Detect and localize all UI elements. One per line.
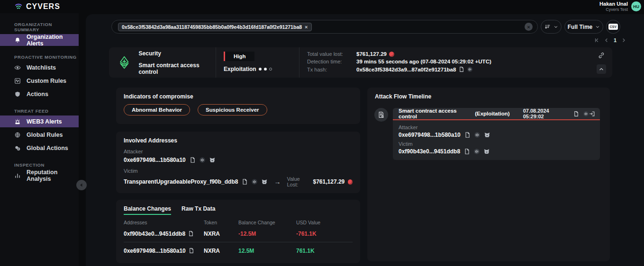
link-icon[interactable] — [598, 52, 605, 59]
etherscan-icon[interactable] — [199, 157, 206, 163]
copy-icon[interactable] — [188, 248, 194, 254]
alert-details-section: Total value lost: $761,127.29 Detection … — [299, 47, 590, 78]
avatar[interactable]: HU — [631, 1, 641, 11]
copy-icon[interactable] — [458, 66, 464, 72]
search-filter-chip: 0x58ce3f53842d3a98aa31187459835bb85b0a0f… — [118, 23, 312, 31]
sidebar-item-custom-rules[interactable]: Custom Rules — [0, 75, 79, 87]
user-menu[interactable]: Hakan Unal Cyvers Test — [599, 1, 628, 12]
ioc-chip-abnormal-behavior: Abnormal Behavior — [124, 104, 190, 115]
etherscan-icon[interactable] — [467, 66, 473, 72]
time-filter-dropdown[interactable]: Full Time — [564, 20, 603, 34]
table-row: 0xe6979498...1b580a10 NXRA 12.5M 761.1K — [124, 248, 353, 254]
total-value-lost: $761,127.29 — [356, 51, 387, 57]
col-token: Token — [204, 220, 238, 225]
chip-close-icon[interactable]: × — [305, 24, 308, 30]
copy-icon[interactable] — [241, 178, 248, 185]
sort-icon — [544, 24, 551, 30]
cyvers-logo[interactable]: CYVERS — [14, 2, 60, 11]
chevron-down-icon — [553, 25, 558, 29]
attacker-address-row: 0xe6979498...1b580a10 — [399, 132, 594, 138]
contract-event-icon — [374, 108, 388, 122]
alert-type: Smart contract access control — [139, 62, 216, 75]
current-page: 1 — [614, 37, 617, 43]
event-title: Smart contract access control — [399, 108, 473, 119]
search-clear-button[interactable]: × — [525, 23, 533, 31]
sidebar: ORGANIZATION SUMMARY Organization Alerts… — [0, 13, 79, 266]
open-event-icon[interactable] — [589, 111, 595, 117]
chevron-left-icon — [604, 37, 609, 43]
value-lost-label: Value Lost: — [287, 176, 309, 187]
metamask-icon[interactable] — [483, 148, 490, 155]
sidebar-item-reputation-analysis[interactable]: Reputation Analysis — [0, 169, 79, 181]
metamask-icon[interactable] — [261, 178, 268, 185]
copy-icon[interactable] — [463, 148, 470, 155]
victim-address-row: 0xf90b43e0...9451ddb8 — [399, 148, 594, 155]
sidebar-collapse-button[interactable] — [76, 180, 87, 190]
siren-icon — [14, 118, 21, 125]
total-value-lost-label: Total value lost: — [307, 51, 356, 57]
row-address: 0xf90b43e0...9451ddb8 — [124, 231, 204, 237]
row-usd-value: -761.1K — [296, 231, 353, 237]
logo-text: CYVERS — [26, 2, 60, 11]
pagination: 1 — [594, 37, 626, 43]
first-page-button[interactable] — [594, 37, 599, 43]
shield-icon — [14, 91, 21, 98]
row-balance-change: 12.5M — [238, 248, 296, 254]
prev-page-button[interactable] — [604, 37, 609, 43]
metamask-icon[interactable] — [209, 157, 216, 163]
next-page-button[interactable] — [621, 37, 626, 43]
section-label-proactive-monitoring: PROACTIVE MONITORING — [14, 54, 79, 60]
sidebar-item-label: Actions — [27, 91, 48, 98]
metamask-icon[interactable] — [484, 132, 490, 138]
row-usd-value: 761.1K — [296, 248, 353, 254]
bell-icon — [14, 37, 21, 44]
phase-dot-filled — [264, 68, 267, 71]
copy-icon[interactable] — [573, 111, 579, 117]
sidebar-item-label: Organization Alerts — [27, 34, 79, 47]
etherscan-icon[interactable] — [473, 148, 480, 155]
arrow-right-icon: → — [274, 178, 281, 186]
etherscan-icon[interactable] — [583, 111, 589, 117]
sidebar-item-web3-alerts[interactable]: WEB3 Alerts — [0, 115, 79, 127]
loss-token-icon — [348, 179, 353, 185]
alert-header-card[interactable]: Security Smart contract access control H… — [109, 47, 612, 78]
sidebar-item-organization-alerts[interactable]: Organization Alerts — [0, 34, 79, 46]
timeline-event-card[interactable]: Smart contract access control (Exploitat… — [393, 108, 600, 160]
victim-address: 0xf90b43e0...9451ddb8 — [399, 148, 460, 155]
search-input[interactable]: 0x58ce3f53842d3a98aa31187459835bb85b0a0f… — [111, 20, 538, 34]
export-csv-button[interactable]: CSV — [606, 20, 620, 34]
indicators-title: Indicators of compromise — [124, 93, 353, 100]
chevron-down-icon — [595, 25, 600, 29]
row-balance-change: -12.5M — [238, 231, 296, 237]
etherscan-icon[interactable] — [474, 132, 481, 138]
severity-badge: High — [224, 52, 254, 61]
cyvers-logo-icon — [14, 2, 23, 11]
victim-address-row: TransparentUpgradeableProxy_f90b_ddb8 → … — [124, 176, 353, 187]
balance-changes-panel: Balance Changes Raw Tx Data Addresses To… — [116, 200, 360, 263]
collapse-alert-button[interactable] — [597, 64, 606, 74]
sidebar-item-global-actions[interactable]: Global Actions — [0, 142, 79, 154]
copy-icon[interactable] — [188, 231, 194, 237]
copy-icon[interactable] — [189, 157, 196, 163]
row-divider — [124, 242, 353, 242]
col-usd-value: USD Value — [296, 220, 353, 225]
main-content: 0x58ce3f53842d3a98aa31187459835bb85b0a0f… — [86, 14, 644, 266]
sort-button[interactable] — [541, 20, 562, 34]
table-row: 0xf90b43e0...9451ddb8 NXRA -12.5M -761.1… — [124, 231, 353, 237]
section-label-organization-summary: ORGANIZATION SUMMARY — [14, 22, 79, 32]
ethereum-icon — [118, 55, 130, 70]
user-name: Hakan Unal — [599, 1, 628, 7]
detection-time-label: Detection time: — [307, 59, 356, 64]
sidebar-item-label: WEB3 Alerts — [27, 118, 62, 125]
tab-balance-changes[interactable]: Balance Changes — [124, 205, 171, 215]
copy-icon[interactable] — [464, 132, 471, 138]
etherscan-icon[interactable] — [251, 178, 258, 185]
victim-label: Victim — [399, 141, 594, 147]
alert-category: Security — [139, 50, 216, 57]
sidebar-item-actions[interactable]: Actions — [0, 88, 79, 100]
tab-raw-tx-data[interactable]: Raw Tx Data — [181, 205, 215, 215]
phase-dot-filled — [259, 68, 262, 71]
sidebar-item-watchlists[interactable]: Watchlists — [0, 62, 79, 73]
section-label-inspection: INSPECTION — [14, 162, 79, 168]
sidebar-item-global-rules[interactable]: Global Rules — [0, 129, 79, 141]
